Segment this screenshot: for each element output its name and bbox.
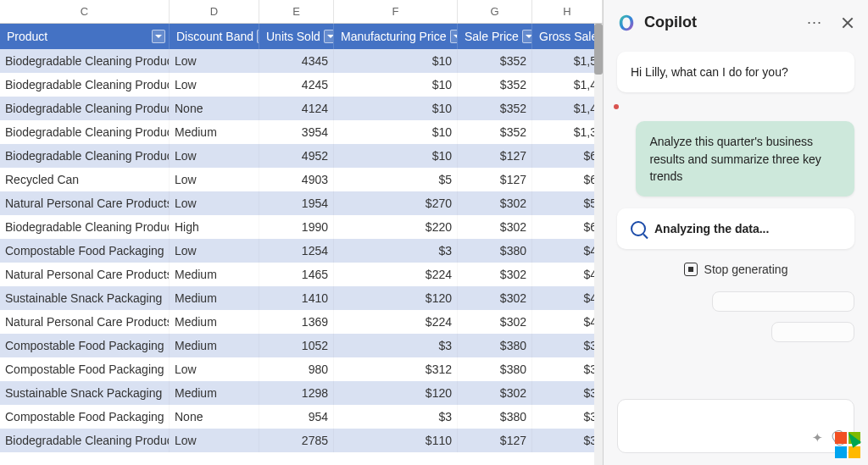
cell-discount-band[interactable]: Low — [170, 191, 259, 215]
cell-gross-sales[interactable]: $4 — [532, 239, 603, 263]
table-row[interactable]: Compostable Food PackagingLow1254$3$380$… — [0, 239, 603, 263]
filter-product-icon[interactable] — [152, 30, 165, 43]
table-row[interactable]: Compostable Food PackagingNone954$3$380$… — [0, 405, 603, 429]
cell-units-sold[interactable]: 4245 — [259, 73, 334, 97]
cell-product[interactable]: Compostable Food Packaging — [0, 239, 170, 263]
cell-units-sold[interactable]: 4345 — [259, 49, 334, 73]
col-letter-h[interactable]: H — [532, 0, 603, 23]
cell-mfg-price[interactable]: $10 — [334, 49, 458, 73]
cell-gross-sales[interactable]: $3 — [532, 381, 603, 405]
sparkle-icon[interactable]: ✦ — [812, 430, 823, 446]
cell-mfg-price[interactable]: $10 — [334, 144, 458, 168]
table-row[interactable]: Biodegradable Cleaning ProductsNone4124$… — [0, 97, 603, 120]
cell-sale-price[interactable]: $380 — [458, 357, 532, 381]
cell-gross-sales[interactable]: $3 — [532, 334, 603, 357]
table-row[interactable]: Biodegradable Cleaning ProductsLow4345$1… — [0, 49, 603, 73]
cell-sale-price[interactable]: $302 — [458, 215, 532, 239]
cell-product[interactable]: Compostable Food Packaging — [0, 357, 170, 381]
cell-units-sold[interactable]: 4952 — [259, 144, 334, 168]
cell-mfg-price[interactable]: $10 — [334, 120, 458, 144]
cell-discount-band[interactable]: Low — [170, 168, 259, 191]
cell-units-sold[interactable]: 1954 — [259, 191, 334, 215]
cell-sale-price[interactable]: $380 — [458, 405, 532, 429]
cell-discount-band[interactable]: Low — [170, 49, 259, 73]
table-row[interactable]: Compostable Food PackagingMedium1052$3$3… — [0, 334, 603, 357]
cell-sale-price[interactable]: $380 — [458, 334, 532, 357]
cell-units-sold[interactable]: 4903 — [259, 168, 334, 191]
cell-mfg-price[interactable]: $224 — [334, 310, 458, 334]
table-row[interactable]: Biodegradable Cleaning ProductsLow4245$1… — [0, 73, 603, 97]
cell-discount-band[interactable]: Low — [170, 73, 259, 97]
table-row[interactable]: Biodegradable Cleaning ProductsLow2785$1… — [0, 429, 603, 452]
cell-sale-price[interactable]: $302 — [458, 286, 532, 310]
cell-mfg-price[interactable]: $120 — [334, 381, 458, 405]
cell-product[interactable]: Biodegradable Cleaning Products — [0, 144, 170, 168]
cell-mfg-price[interactable]: $3 — [334, 239, 458, 263]
table-row[interactable]: Biodegradable Cleaning ProductsHigh1990$… — [0, 215, 603, 239]
cell-discount-band[interactable]: Low — [170, 239, 259, 263]
table-body[interactable]: Biodegradable Cleaning ProductsLow4345$1… — [0, 49, 603, 465]
col-letter-c[interactable]: C — [0, 0, 170, 23]
cell-mfg-price[interactable]: $10 — [334, 97, 458, 120]
cell-sale-price[interactable]: $352 — [458, 97, 532, 120]
filter-units-icon[interactable] — [324, 30, 334, 43]
cell-discount-band[interactable]: Low — [170, 357, 259, 381]
cell-discount-band[interactable]: None — [170, 97, 259, 120]
cell-gross-sales[interactable]: $6 — [532, 168, 603, 191]
cell-product[interactable]: Compostable Food Packaging — [0, 334, 170, 357]
cell-discount-band[interactable]: High — [170, 215, 259, 239]
cell-sale-price[interactable]: $302 — [458, 310, 532, 334]
cell-sale-price[interactable]: $380 — [458, 239, 532, 263]
vertical-scrollbar[interactable] — [594, 24, 603, 465]
stop-generating-button[interactable]: Stop generating — [617, 263, 854, 276]
cell-sale-price[interactable]: $127 — [458, 168, 532, 191]
cell-mfg-price[interactable]: $120 — [334, 286, 458, 310]
table-row[interactable]: Natural Personal Care ProductsLow1954$27… — [0, 191, 603, 215]
cell-mfg-price[interactable]: $3 — [334, 405, 458, 429]
table-row[interactable]: Biodegradable Cleaning ProductsMedium395… — [0, 120, 603, 144]
cell-units-sold[interactable]: 1254 — [259, 239, 334, 263]
cell-discount-band[interactable]: Medium — [170, 334, 259, 357]
cell-units-sold[interactable]: 1369 — [259, 310, 334, 334]
cell-gross-sales[interactable]: $1,3 — [532, 120, 603, 144]
cell-gross-sales[interactable]: $5 — [532, 191, 603, 215]
cell-mfg-price[interactable]: $224 — [334, 263, 458, 286]
cell-discount-band[interactable]: Medium — [170, 120, 259, 144]
cell-discount-band[interactable]: Medium — [170, 263, 259, 286]
cell-mfg-price[interactable]: $10 — [334, 73, 458, 97]
cell-discount-band[interactable]: Low — [170, 429, 259, 452]
cell-mfg-price[interactable]: $5 — [334, 168, 458, 191]
cell-gross-sales[interactable]: $3 — [532, 429, 603, 452]
cell-sale-price[interactable]: $302 — [458, 263, 532, 286]
table-row[interactable]: Biodegradable Cleaning ProductsLow4952$1… — [0, 144, 603, 168]
cell-sale-price[interactable]: $127 — [458, 144, 532, 168]
cell-discount-band[interactable]: Medium — [170, 286, 259, 310]
cell-units-sold[interactable]: 3954 — [259, 120, 334, 144]
cell-gross-sales[interactable]: $4 — [532, 286, 603, 310]
prompt-input[interactable] — [626, 412, 802, 446]
cell-discount-band[interactable]: Medium — [170, 381, 259, 405]
cell-mfg-price[interactable]: $270 — [334, 191, 458, 215]
cell-product[interactable]: Biodegradable Cleaning Products — [0, 97, 170, 120]
cell-units-sold[interactable]: 1298 — [259, 381, 334, 405]
cell-gross-sales[interactable]: $6 — [532, 144, 603, 168]
cell-mfg-price[interactable]: $220 — [334, 215, 458, 239]
filter-mfg-icon[interactable] — [450, 30, 458, 43]
cell-mfg-price[interactable]: $3 — [334, 334, 458, 357]
cell-product[interactable]: Biodegradable Cleaning Products — [0, 215, 170, 239]
prompt-input-shell[interactable]: ✦ — [617, 399, 854, 453]
col-letter-f[interactable]: F — [334, 0, 458, 23]
cell-units-sold[interactable]: 1465 — [259, 263, 334, 286]
filter-sale-icon[interactable] — [522, 30, 532, 43]
close-icon[interactable] — [841, 16, 854, 30]
cell-discount-band[interactable]: Medium — [170, 310, 259, 334]
cell-product[interactable]: Biodegradable Cleaning Products — [0, 73, 170, 97]
cell-units-sold[interactable]: 4124 — [259, 97, 334, 120]
cell-discount-band[interactable]: None — [170, 405, 259, 429]
col-letter-d[interactable]: D — [170, 0, 259, 23]
cell-product[interactable]: Natural Personal Care Products — [0, 191, 170, 215]
cell-product[interactable]: Sustainable Snack Packaging — [0, 286, 170, 310]
cell-mfg-price[interactable]: $110 — [334, 429, 458, 452]
cell-sale-price[interactable]: $352 — [458, 49, 532, 73]
cell-units-sold[interactable]: 2785 — [259, 429, 334, 452]
